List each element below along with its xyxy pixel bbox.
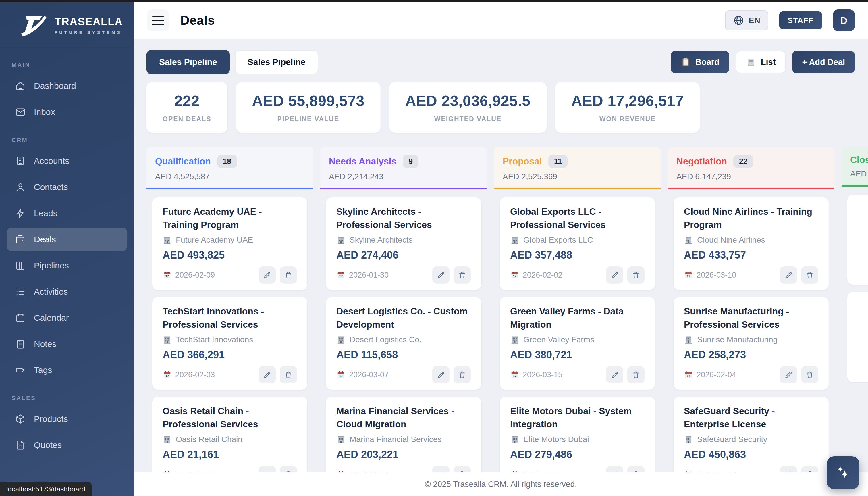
trash-icon bbox=[805, 270, 814, 280]
delete-deal-button[interactable] bbox=[801, 366, 818, 383]
deal-card[interactable]: Desert Logistics Co. - Custom Developmen… bbox=[326, 297, 481, 390]
calendar-date-icon: 17 bbox=[163, 270, 172, 280]
add-deal-button[interactable]: + Add Deal bbox=[792, 51, 855, 73]
deal-card[interactable] bbox=[847, 292, 868, 382]
deal-company: Global Exports LLC bbox=[510, 235, 645, 245]
kanban-column-negotiation: Negotiation22AED 6,147,239Cloud Nine Air… bbox=[668, 147, 834, 472]
sidebar-item-accounts[interactable]: Accounts bbox=[7, 149, 127, 173]
edit-deal-button[interactable] bbox=[258, 366, 276, 383]
company-building-icon bbox=[163, 435, 172, 444]
sidebar-item-notes[interactable]: Notes bbox=[7, 332, 127, 356]
sidebar-nav: MAINDashboardInboxCRMAccountsContactsLea… bbox=[0, 48, 134, 465]
column-count-badge: 11 bbox=[548, 155, 568, 168]
edit-deal-button[interactable] bbox=[606, 466, 623, 472]
deal-card[interactable] bbox=[847, 195, 868, 285]
delete-deal-button[interactable] bbox=[801, 266, 818, 284]
column-header: Closed WonAED bbox=[841, 147, 868, 185]
pipeline-chip-1[interactable]: Sales Pipeline bbox=[235, 50, 318, 74]
deal-amount: AED 258,273 bbox=[684, 349, 818, 361]
sidebar-item-dashboard[interactable]: Dashboard bbox=[7, 74, 127, 98]
deal-company: Green Valley Farms bbox=[510, 335, 645, 344]
deal-card[interactable]: SafeGuard Security - Enterprise LicenseS… bbox=[674, 397, 829, 472]
ai-assistant-fab[interactable] bbox=[826, 456, 859, 489]
deal-card[interactable]: Cloud Nine Airlines - Training ProgramCl… bbox=[674, 198, 829, 290]
edit-deal-button[interactable] bbox=[432, 466, 450, 472]
stats-row: 222OPEN DEALSAED 55,899,573PIPELINE VALU… bbox=[146, 82, 868, 133]
column-total: AED bbox=[850, 169, 868, 179]
edit-deal-button[interactable] bbox=[258, 466, 276, 472]
deal-amount: AED 21,161 bbox=[163, 449, 297, 461]
avatar[interactable]: D bbox=[833, 10, 855, 31]
sidebar-item-calendar[interactable]: Calendar bbox=[7, 306, 127, 330]
sidebar-item-quotes[interactable]: Quotes bbox=[7, 433, 127, 457]
browser-edge-bar bbox=[0, 0, 868, 2]
deal-card[interactable]: Oasis Retail Chain - Professional Servic… bbox=[152, 397, 307, 472]
calendar-date-icon: 17 bbox=[510, 470, 519, 472]
sidebar-item-products[interactable]: Products bbox=[7, 407, 127, 431]
pipeline-chip-0[interactable]: Sales Pipeline bbox=[146, 50, 230, 74]
deal-date-value: 2026-02-09 bbox=[175, 271, 215, 280]
edit-deal-button[interactable] bbox=[432, 366, 450, 383]
company-building-icon bbox=[684, 335, 693, 344]
deal-card[interactable]: Sunrise Manufacturing - Professional Ser… bbox=[674, 297, 829, 390]
language-button[interactable]: EN bbox=[725, 10, 768, 30]
deal-company-name: Marina Financial Services bbox=[350, 435, 442, 444]
deal-card[interactable]: TechStart Innovations - Professional Ser… bbox=[152, 297, 307, 390]
sidebar-item-contacts[interactable]: Contacts bbox=[7, 175, 127, 199]
sidebar-item-inbox[interactable]: Inbox bbox=[7, 100, 127, 124]
edit-deal-button[interactable] bbox=[606, 366, 623, 383]
edit-deal-button[interactable] bbox=[606, 266, 623, 284]
deal-company: TechStart Innovations bbox=[163, 335, 297, 344]
stat-label: WEIGHTED VALUE bbox=[434, 115, 502, 123]
edit-deal-button[interactable] bbox=[258, 266, 276, 284]
delete-deal-button[interactable] bbox=[453, 466, 471, 472]
trash-icon bbox=[805, 470, 814, 472]
delete-deal-button[interactable] bbox=[453, 266, 471, 284]
deal-card[interactable]: Green Valley Farms - Data MigrationGreen… bbox=[500, 297, 655, 390]
trash-icon bbox=[631, 470, 641, 472]
list-view-button[interactable]: List bbox=[736, 51, 786, 73]
stat-value: AED 55,899,573 bbox=[252, 92, 365, 109]
sidebar-item-deals[interactable]: Deals bbox=[7, 228, 127, 251]
content: Sales PipelineSales Pipeline Board List bbox=[134, 38, 868, 472]
column-cards: Cloud Nine Airlines - Training ProgramCl… bbox=[668, 189, 834, 472]
edit-deal-button[interactable] bbox=[432, 266, 450, 284]
tags-icon bbox=[15, 365, 26, 376]
sidebar-item-tags[interactable]: Tags bbox=[7, 358, 127, 382]
delete-deal-button[interactable] bbox=[627, 466, 645, 472]
board-view-button[interactable]: Board bbox=[671, 51, 729, 73]
trash-icon bbox=[631, 370, 641, 379]
brand: TRASEALLA FUTURE SYSTEMS bbox=[0, 2, 134, 48]
deal-card[interactable]: Marina Financial Services - Cloud Migrat… bbox=[326, 397, 481, 472]
delete-deal-button[interactable] bbox=[801, 466, 818, 472]
deal-card[interactable]: Future Academy UAE - Training ProgramFut… bbox=[152, 198, 307, 290]
company-building-icon bbox=[336, 235, 345, 245]
sidebar-item-leads[interactable]: Leads bbox=[7, 201, 127, 225]
calendar-date-icon: 17 bbox=[684, 470, 693, 472]
edit-deal-button[interactable] bbox=[780, 266, 797, 284]
menu-button[interactable] bbox=[147, 10, 169, 31]
sidebar-item-activities[interactable]: Activities bbox=[7, 280, 127, 304]
deal-card[interactable]: Skyline Architects - Professional Servic… bbox=[326, 198, 481, 290]
edit-deal-button[interactable] bbox=[780, 366, 797, 383]
delete-deal-button[interactable] bbox=[280, 366, 297, 383]
deal-card[interactable]: Global Exports LLC - Professional Servic… bbox=[500, 198, 655, 290]
stat-value: 222 bbox=[174, 92, 199, 109]
delete-deal-button[interactable] bbox=[280, 466, 297, 472]
deal-card[interactable]: Elite Motors Dubai - System IntegrationE… bbox=[500, 397, 655, 472]
globe-icon bbox=[733, 15, 744, 26]
delete-deal-button[interactable] bbox=[627, 366, 645, 383]
trasealla-logo-icon bbox=[20, 11, 49, 40]
toolbar: Sales PipelineSales Pipeline Board List bbox=[146, 50, 868, 74]
delete-deal-button[interactable] bbox=[453, 366, 471, 383]
column-cards: Global Exports LLC - Professional Servic… bbox=[494, 189, 661, 472]
delete-deal-button[interactable] bbox=[627, 266, 645, 284]
deal-date-value: 2026-02-04 bbox=[696, 370, 736, 379]
delete-deal-button[interactable] bbox=[280, 266, 297, 284]
company-building-icon bbox=[510, 435, 519, 444]
sidebar-item-pipelines[interactable]: Pipelines bbox=[7, 254, 127, 277]
edit-deal-button[interactable] bbox=[780, 466, 797, 472]
deal-company-name: Skyline Architects bbox=[350, 235, 413, 245]
stat-card-weighted-value: AED 23,036,925.5WEIGHTED VALUE bbox=[389, 82, 547, 133]
deal-company: Marina Financial Services bbox=[336, 435, 471, 444]
